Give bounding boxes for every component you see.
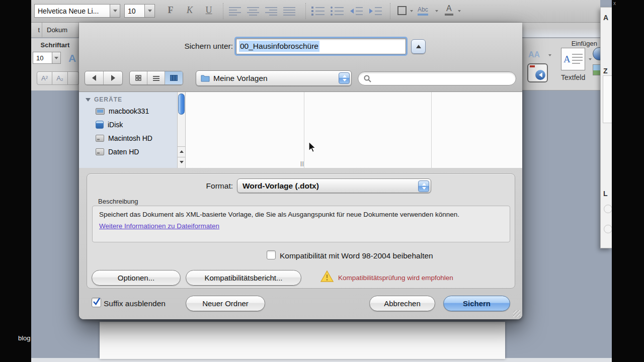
grow-font-button[interactable]: A bbox=[68, 52, 76, 64]
bold-button[interactable]: F bbox=[163, 5, 178, 16]
font-group-label: Schriftart bbox=[31, 41, 79, 49]
search-input[interactable] bbox=[358, 71, 516, 85]
ribbon-font-size-dropdown-icon[interactable] bbox=[52, 52, 61, 64]
filename-input[interactable]: 00_Hausinfobroschüre bbox=[236, 38, 406, 54]
harddrive-icon bbox=[96, 148, 104, 155]
sidebar-scrollbar[interactable] bbox=[177, 92, 186, 168]
align-right-icon[interactable] bbox=[265, 7, 277, 16]
format-stepper-icon[interactable] bbox=[418, 180, 429, 192]
styles-dropdown-icon[interactable] bbox=[548, 54, 551, 56]
file-browser: GERÄTE macbook331 iDisk Macintosh HD Dat… bbox=[79, 92, 522, 168]
screen: Helvetica Neue Li... 10 F K U bbox=[0, 0, 644, 362]
icon-view-button[interactable] bbox=[130, 71, 147, 84]
formatting-palette: A Z L bbox=[600, 7, 612, 248]
sidebar-item-macbook331[interactable]: macbook331 bbox=[96, 106, 149, 117]
column-view-button[interactable] bbox=[165, 71, 183, 84]
suffix-checkbox[interactable] bbox=[92, 298, 101, 307]
document-window-icon[interactable] bbox=[527, 63, 548, 82]
column-resize-handle[interactable]: || bbox=[300, 160, 304, 166]
numbered-list-icon[interactable] bbox=[311, 7, 325, 16]
bulleted-list-icon[interactable] bbox=[331, 7, 344, 16]
gallery-tab-document-elements[interactable]: Dokum bbox=[42, 23, 79, 37]
new-folder-button[interactable]: Neuer Ordner bbox=[186, 296, 265, 311]
scroll-down-button[interactable] bbox=[178, 157, 185, 167]
compatibility-checkbox[interactable] bbox=[267, 250, 276, 259]
save-dialog-header: Sichern unter: 00_Hausinfobroschüre bbox=[79, 23, 522, 68]
disclosure-triangle-icon bbox=[86, 98, 91, 102]
italic-button[interactable]: K bbox=[182, 5, 197, 16]
format-popup[interactable]: Word-Vorlage (.dotx) bbox=[237, 178, 431, 193]
textbox-icon[interactable]: A bbox=[561, 48, 585, 70]
highlight-button[interactable]: Abc bbox=[418, 6, 428, 16]
increase-indent-icon[interactable] bbox=[369, 7, 382, 16]
devices-header-label: GERÄTE bbox=[94, 96, 122, 103]
palette-partial-l: L bbox=[603, 190, 608, 198]
column-divider bbox=[304, 92, 304, 168]
case-button[interactable] bbox=[68, 71, 79, 85]
font-size-dropdown-icon[interactable] bbox=[144, 4, 155, 18]
left-crop-bar: blog bbox=[0, 0, 31, 362]
view-switcher bbox=[129, 71, 183, 85]
search-icon bbox=[364, 75, 371, 82]
list-view-icon bbox=[153, 75, 159, 81]
subscript-button[interactable]: A₂ bbox=[52, 71, 68, 85]
textbox-dropdown-icon[interactable] bbox=[589, 58, 592, 60]
sidebar-item-macintosh-hd[interactable]: Macintosh HD bbox=[96, 133, 152, 144]
resize-grip[interactable] bbox=[513, 310, 520, 317]
save-dialog: Sichern unter: 00_Hausinfobroschüre bbox=[79, 23, 522, 319]
align-justify-icon[interactable] bbox=[283, 7, 295, 16]
sidebar-item-label: iDisk bbox=[108, 121, 123, 129]
collapse-dialog-button[interactable] bbox=[411, 39, 426, 54]
textbox-label: Textfeld bbox=[561, 73, 585, 81]
sidebar-item-label: Macintosh HD bbox=[108, 134, 152, 142]
font-color-dropdown-icon[interactable] bbox=[458, 10, 461, 12]
warning-icon bbox=[320, 270, 334, 282]
forward-button[interactable] bbox=[104, 71, 122, 84]
palette-field-partial bbox=[603, 75, 612, 123]
palette-button-partial bbox=[604, 205, 612, 213]
superscript-button[interactable]: A² bbox=[37, 71, 52, 85]
ribbon-font-size-value: 10 bbox=[36, 54, 43, 62]
format-value: Word-Vorlage (.dotx) bbox=[243, 182, 319, 191]
gallery-tab-partial[interactable]: t bbox=[31, 23, 42, 37]
sidebar-item-idisk[interactable]: iDisk bbox=[96, 119, 123, 130]
ribbon-font-size-combo[interactable]: 10 bbox=[33, 52, 61, 65]
borders-dropdown-icon[interactable] bbox=[410, 10, 413, 12]
filename-value: 00_Hausinfobroschüre bbox=[239, 41, 319, 52]
back-button[interactable] bbox=[85, 71, 104, 84]
align-center-icon[interactable] bbox=[247, 7, 259, 16]
options-button[interactable]: Optionen... bbox=[92, 270, 181, 286]
picture-icon[interactable] bbox=[593, 64, 600, 75]
column-view-area[interactable]: || bbox=[186, 92, 522, 168]
column-divider bbox=[431, 92, 432, 168]
styles-aa-icon[interactable]: AA bbox=[528, 50, 540, 59]
description-box: Speichert das Dokument als XML-basierte … bbox=[92, 206, 510, 242]
compatibility-report-button[interactable]: Kompatibilitätsbericht... bbox=[186, 270, 301, 286]
font-name-dropdown-icon[interactable] bbox=[110, 4, 120, 18]
file-formats-link[interactable]: Weitere Informationen zu Dateiformaten bbox=[99, 222, 219, 230]
suffix-label: Suffix ausblenden bbox=[104, 299, 166, 308]
elements-gallery-tabs-left: t Dokum bbox=[31, 23, 79, 38]
underline-button[interactable]: U bbox=[201, 5, 216, 16]
formatting-toolbar: Helvetica Neue Li... 10 F K U bbox=[31, 0, 600, 23]
list-view-button[interactable] bbox=[147, 71, 165, 84]
save-button[interactable]: Sichern bbox=[443, 296, 510, 311]
cancel-button[interactable]: Abbrechen bbox=[369, 296, 435, 311]
font-color-button[interactable]: A bbox=[445, 4, 453, 16]
sphere-icon[interactable] bbox=[593, 47, 600, 60]
highlight-dropdown-icon[interactable] bbox=[435, 10, 438, 12]
font-name-combo[interactable]: Helvetica Neue Li... bbox=[34, 4, 120, 18]
scroll-up-button[interactable] bbox=[178, 146, 185, 156]
sidebar-devices-header[interactable]: GERÄTE bbox=[86, 96, 122, 103]
borders-button[interactable] bbox=[397, 6, 407, 15]
folder-icon bbox=[201, 75, 210, 82]
align-left-icon[interactable] bbox=[229, 7, 241, 16]
location-stepper-icon[interactable] bbox=[339, 72, 350, 84]
location-value: Meine Vorlagen bbox=[213, 74, 268, 83]
font-size-combo[interactable]: 10 bbox=[124, 4, 155, 18]
scrollbar-thumb[interactable] bbox=[178, 94, 185, 115]
decrease-indent-icon[interactable] bbox=[350, 7, 363, 16]
sidebar-item-daten-hd[interactable]: Daten HD bbox=[96, 146, 139, 157]
location-popup[interactable]: Meine Vorlagen bbox=[196, 70, 352, 86]
forward-arrow-icon bbox=[111, 75, 115, 81]
